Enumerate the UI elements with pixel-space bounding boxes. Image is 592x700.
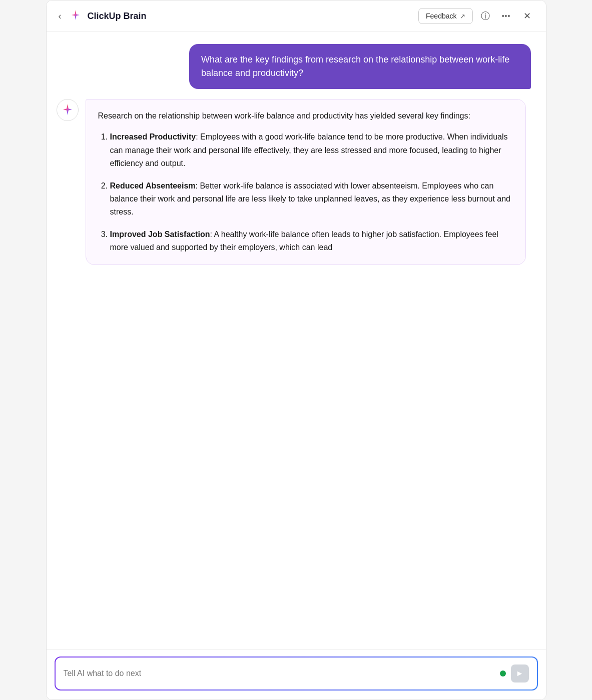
feedback-button[interactable]: Feedback ↗ xyxy=(418,8,472,24)
app-title: ClickUp Brain xyxy=(88,11,147,22)
item-2-title: Reduced Absenteeism xyxy=(110,182,196,190)
chat-input[interactable] xyxy=(64,669,495,678)
item-3-title: Improved Job Satisfaction xyxy=(110,230,210,238)
input-area: ► xyxy=(47,649,546,700)
list-item: Increased Productivity: Employees with a… xyxy=(110,130,513,170)
header-right: Feedback ↗ ⓘ ••• ✕ xyxy=(418,8,535,24)
list-item: Reduced Absenteeism: Better work-life ba… xyxy=(110,180,513,219)
app-logo-icon xyxy=(69,9,83,23)
more-icon: ••• xyxy=(502,12,511,20)
input-container: ► xyxy=(55,656,538,690)
ai-message-wrapper: Research on the relationship between wor… xyxy=(57,99,536,265)
ai-findings-list: Increased Productivity: Employees with a… xyxy=(98,130,513,254)
ai-intro-text: Research on the relationship between wor… xyxy=(98,110,513,122)
back-button[interactable]: ‹ xyxy=(57,9,64,24)
ai-avatar xyxy=(57,99,79,121)
ai-bubble: Research on the relationship between wor… xyxy=(86,99,526,265)
user-message-wrapper: What are the key findings from research … xyxy=(57,44,536,89)
item-1-title: Increased Productivity xyxy=(110,132,196,141)
close-button[interactable]: ✕ xyxy=(519,8,536,24)
status-dot xyxy=(500,670,506,676)
back-icon: ‹ xyxy=(59,11,62,22)
chat-area: What are the key findings from research … xyxy=(47,32,546,649)
header: ‹ ClickUp Brain Feedba xyxy=(47,0,546,32)
send-button[interactable]: ► xyxy=(511,664,529,682)
more-button[interactable]: ••• xyxy=(498,8,515,24)
header-left: ‹ ClickUp Brain xyxy=(57,9,147,24)
list-item: Improved Job Satisfaction: A healthy wor… xyxy=(110,228,513,254)
send-icon: ► xyxy=(516,669,524,678)
close-icon: ✕ xyxy=(523,10,531,22)
info-icon: ⓘ xyxy=(481,10,490,22)
user-message-text: What are the key findings from research … xyxy=(201,54,509,78)
info-button[interactable]: ⓘ xyxy=(477,8,494,24)
feedback-label: Feedback xyxy=(426,12,456,20)
ai-sparkle-icon xyxy=(61,104,74,116)
user-bubble: What are the key findings from research … xyxy=(189,44,531,89)
external-link-icon: ↗ xyxy=(460,12,465,20)
chat-panel: ‹ ClickUp Brain Feedba xyxy=(46,0,546,700)
